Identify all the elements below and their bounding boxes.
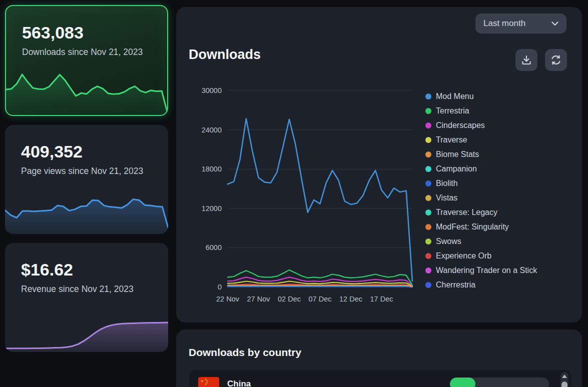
legend-item[interactable]: Mod Menu bbox=[425, 91, 537, 102]
legend-item[interactable]: ModFest: Singularity bbox=[425, 222, 537, 232]
y-axis-tick: 12000 bbox=[202, 204, 222, 212]
legend-item[interactable]: Campanion bbox=[425, 164, 537, 174]
legend-dot bbox=[425, 282, 431, 288]
revenue-sparkline bbox=[5, 306, 168, 352]
y-axis-tick: 6000 bbox=[206, 244, 222, 252]
legend-dot bbox=[425, 224, 431, 230]
refresh-button[interactable] bbox=[545, 49, 567, 71]
date-range-label: Last month bbox=[483, 18, 525, 28]
legend-dot bbox=[425, 253, 431, 259]
legend-label: Wandering Trader on a Stick bbox=[436, 266, 537, 275]
downloads-by-country-panel: Downloads by country China bbox=[176, 330, 582, 387]
page-views-count-label: Page views since Nov 21, 2023 bbox=[21, 166, 146, 177]
legend-label: Terrestria bbox=[436, 106, 469, 116]
legend-label: Vistas bbox=[436, 194, 457, 202]
legend-item[interactable]: Traverse: Legacy bbox=[425, 207, 537, 218]
revenue-amount-label: Revenue since Nov 21, 2023 bbox=[21, 284, 146, 295]
y-axis-tick: 0 bbox=[218, 283, 222, 291]
legend-dot bbox=[425, 195, 431, 201]
date-range-selector[interactable]: Last month bbox=[475, 14, 566, 34]
legend-item[interactable]: Wandering Trader on a Stick bbox=[425, 265, 537, 276]
chevron-down-icon bbox=[551, 22, 558, 26]
legend-label: Mod Menu bbox=[436, 92, 474, 101]
refresh-icon bbox=[550, 54, 562, 66]
page-views-stat-card[interactable]: 409,352 Page views since Nov 21, 2023 bbox=[5, 125, 168, 234]
china-flag-icon bbox=[198, 377, 219, 387]
legend-dot bbox=[425, 108, 431, 114]
y-axis-tick: 24000 bbox=[202, 126, 222, 134]
scroll-up-arrow-icon[interactable] bbox=[562, 374, 567, 378]
page-views-sparkline bbox=[5, 188, 168, 234]
legend-item[interactable]: Traverse bbox=[425, 134, 537, 146]
legend-item[interactable]: Swows bbox=[425, 236, 537, 247]
revenue-amount: $16.62 bbox=[21, 260, 152, 280]
downloads-chart: 060001200018000240003000022 Nov27 Nov02 … bbox=[196, 82, 426, 312]
scrollbar-thumb[interactable] bbox=[561, 382, 567, 387]
legend-item[interactable]: Experience Orb bbox=[425, 250, 537, 262]
legend-dot bbox=[425, 137, 431, 143]
legend-label: Campanion bbox=[436, 164, 477, 174]
legend-label: Traverse: Legacy bbox=[436, 208, 497, 217]
legend-label: Experience Orb bbox=[436, 252, 491, 260]
download-icon bbox=[521, 54, 532, 66]
legend-label: ModFest: Singularity bbox=[436, 222, 509, 232]
legend-item[interactable]: Cherrestria bbox=[425, 280, 537, 290]
chart-legend: Mod MenuTerrestriaCinderscapesTraverseBi… bbox=[425, 91, 537, 290]
legend-dot bbox=[425, 122, 431, 128]
legend-dot bbox=[425, 238, 431, 244]
legend-label: Cinderscapes bbox=[436, 121, 485, 130]
country-progress-track bbox=[450, 378, 549, 387]
x-axis-tick: 07 Dec bbox=[309, 295, 332, 303]
x-axis-tick: 27 Nov bbox=[247, 295, 271, 303]
chart-series-line bbox=[228, 118, 412, 281]
y-axis-tick: 30000 bbox=[202, 86, 222, 94]
downloads-panel: Last month Downloads 0600012000180002400… bbox=[176, 7, 582, 322]
downloads-count-label: Downloads since Nov 21, 2023 bbox=[22, 46, 147, 58]
legend-dot bbox=[425, 180, 431, 186]
x-axis-tick: 12 Dec bbox=[339, 295, 362, 303]
legend-dot bbox=[425, 268, 431, 274]
country-row[interactable]: China bbox=[189, 370, 571, 387]
legend-item[interactable]: Terrestria bbox=[425, 106, 537, 116]
country-progress-fill bbox=[450, 378, 475, 387]
country-list: China bbox=[189, 370, 571, 387]
legend-label: Biolith bbox=[436, 179, 458, 188]
x-axis-tick: 02 Dec bbox=[278, 295, 301, 303]
x-axis-tick: 17 Dec bbox=[370, 295, 393, 303]
legend-label: Cherrestria bbox=[436, 280, 475, 290]
country-name: China bbox=[227, 379, 251, 387]
export-button[interactable] bbox=[515, 49, 537, 71]
legend-item[interactable]: Biome Stats bbox=[425, 149, 537, 160]
chart-series-line bbox=[228, 286, 412, 287]
country-list-scrollbar[interactable] bbox=[560, 372, 568, 387]
legend-dot bbox=[425, 152, 431, 158]
legend-item[interactable]: Vistas bbox=[425, 192, 537, 204]
legend-dot bbox=[425, 166, 431, 172]
legend-label: Traverse bbox=[436, 136, 467, 144]
y-axis-tick: 18000 bbox=[202, 165, 222, 173]
downloads-panel-title: Downloads bbox=[189, 47, 261, 62]
downloads-sparkline bbox=[6, 69, 167, 115]
country-panel-title: Downloads by country bbox=[189, 346, 301, 358]
legend-dot bbox=[425, 210, 431, 216]
downloads-count: 563,083 bbox=[22, 23, 151, 42]
legend-item[interactable]: Biolith bbox=[425, 178, 537, 189]
legend-label: Biome Stats bbox=[436, 150, 479, 159]
legend-item[interactable]: Cinderscapes bbox=[425, 120, 537, 131]
page-views-count: 409,352 bbox=[21, 142, 152, 162]
revenue-stat-card[interactable]: $16.62 Revenue since Nov 21, 2023 bbox=[5, 243, 168, 352]
x-axis-tick: 22 Nov bbox=[216, 295, 240, 303]
legend-label: Swows bbox=[436, 237, 461, 246]
legend-dot bbox=[425, 94, 431, 100]
downloads-stat-card[interactable]: 563,083 Downloads since Nov 21, 2023 bbox=[5, 5, 168, 116]
